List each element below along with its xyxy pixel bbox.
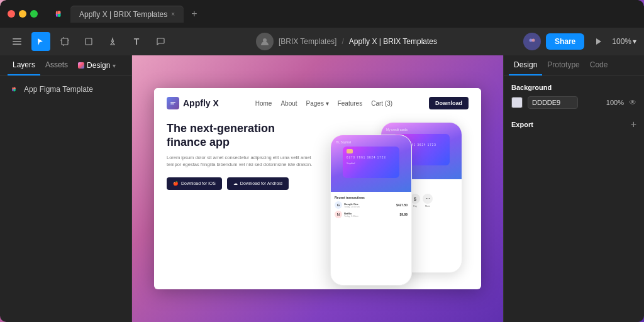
multiplayer-avatars[interactable] — [523, 33, 541, 50]
nav-about[interactable]: About — [280, 100, 297, 107]
transaction-item-2: N Netflix Today, 9:00am $9.99 — [335, 211, 408, 218]
breadcrumb-current: Appfly X | BRIX Templates — [349, 37, 437, 46]
frame-tool-button[interactable] — [55, 32, 74, 51]
right-panel-tabs: Design Prototype Code — [504, 55, 644, 76]
tx-info-2: Netflix Today, 9:00am — [344, 212, 399, 218]
layer-item[interactable]: App Figma Template — [5, 81, 126, 97]
text-tool-button[interactable]: T — [127, 32, 146, 51]
svg-point-12 — [531, 39, 535, 42]
card-number-front: 6270 7861 3624 1723 — [347, 156, 396, 159]
phone-front-title: Hi, Sophial — [336, 140, 406, 144]
svg-rect-9 — [86, 38, 92, 45]
zoom-control[interactable]: 100% ▾ — [612, 37, 636, 46]
card-name-front: Sophial — [347, 162, 396, 165]
svg-rect-3 — [13, 44, 21, 45]
card-title: My credit cards — [386, 128, 457, 131]
phone-front: Hi, Sophial 6270 7861 3624 1723 Sophial … — [330, 135, 412, 286]
move-tool-button[interactable] — [31, 32, 50, 51]
transaction-item-1: G Google One Today, 10:07am $427.50 — [335, 201, 408, 209]
app-hero-image: My credit cards 5242 7941 3624 1723 Hi, … — [330, 122, 469, 284]
design-tab[interactable]: Design — [509, 55, 542, 75]
toolbar: T [BRIX Templates] / Appfly X | BRIX Tem… — [0, 28, 644, 55]
user-avatar[interactable] — [256, 33, 274, 50]
active-tab[interactable]: Appfly X | BRIX Templates × — [70, 6, 184, 23]
svg-rect-1 — [13, 38, 21, 40]
nav-cart[interactable]: Cart (3) — [371, 100, 392, 107]
qa-more: ⋯ More — [423, 194, 433, 208]
fullscreen-window-button[interactable] — [30, 10, 38, 18]
recent-tx-label: Recent transactions — [335, 196, 408, 199]
tab-bar: Appfly X | BRIX Templates × + — [53, 6, 636, 23]
phone-screen-front: Hi, Sophial 6270 7861 3624 1723 Sophial — [331, 135, 411, 192]
traffic-lights — [8, 10, 38, 18]
prototype-tab[interactable]: Prototype — [542, 55, 584, 75]
play-button[interactable] — [589, 33, 607, 50]
bg-color-input[interactable] — [528, 96, 578, 109]
breadcrumb-prefix: [BRIX Templates] — [279, 37, 336, 46]
google-icon: G — [335, 201, 342, 209]
background-row: 100% 👁 — [511, 96, 636, 109]
nav-home[interactable]: Home — [255, 100, 272, 107]
share-button[interactable]: Share — [546, 33, 584, 50]
right-panel: Design Prototype Code Background 100% 👁 … — [503, 55, 644, 322]
app-hero-desc: Lorem ipsum dolor sit amet consectetur a… — [167, 154, 324, 169]
app-hero-text: The next-generation finance app Lorem ip… — [167, 122, 330, 284]
svg-marker-13 — [596, 38, 601, 45]
right-panel-content: Background 100% 👁 Export + — [504, 76, 644, 322]
app-logo: Appfly X — [167, 97, 219, 109]
visibility-toggle-icon[interactable]: 👁 — [629, 98, 636, 107]
nav-pages[interactable]: Pages — [306, 100, 329, 107]
app-navbar: Appfly X Home About Pages Features Cart … — [154, 88, 481, 114]
minimize-window-button[interactable] — [19, 10, 26, 18]
netflix-icon: N — [335, 211, 342, 218]
export-add-button[interactable]: + — [631, 119, 636, 130]
export-row: Export + — [511, 119, 636, 130]
frame-preview: Appfly X Home About Pages Features Cart … — [154, 88, 481, 289]
tx-date-2: Today, 9:00am — [344, 215, 399, 218]
code-tab[interactable]: Code — [585, 55, 613, 75]
toolbar-right: Share 100% ▾ — [523, 33, 636, 50]
app-hero-title: The next-generation finance app — [167, 122, 324, 149]
background-section-title: Background — [511, 84, 636, 91]
app-hero-btns: 🍎 Download for iOS ☁ Download for Androi… — [167, 177, 324, 190]
export-section: Export + — [511, 119, 636, 130]
new-tab-button[interactable]: + — [187, 7, 201, 21]
svg-rect-15 — [170, 104, 174, 105]
app-download-button[interactable]: Download — [429, 97, 469, 109]
credit-card-front: 6270 7861 3624 1723 Sophial — [343, 147, 399, 178]
assets-tab[interactable]: Assets — [40, 55, 73, 75]
breadcrumb-separator: / — [341, 37, 343, 46]
figma-icon — [53, 8, 65, 20]
tx-info-1: Google One Today, 10:07am — [344, 203, 396, 208]
android-download-button[interactable]: ☁ Download for Android — [227, 177, 289, 190]
main-area: Layers Assets Design ▾ App Figma Templat… — [0, 55, 644, 322]
tab-close-button[interactable]: × — [171, 11, 175, 18]
figma-layer-icon — [10, 85, 19, 94]
tx-amount-1: $427.50 — [396, 203, 408, 207]
design-tab-label[interactable]: Design ▾ — [73, 55, 121, 75]
tx-amount-2: $9.99 — [399, 213, 408, 216]
comment-tool-button[interactable] — [151, 32, 170, 51]
bg-color-swatch[interactable] — [511, 97, 523, 108]
layer-label: App Figma Template — [24, 85, 93, 94]
breadcrumb-area: [BRIX Templates] / Appfly X | BRIX Templ… — [175, 33, 518, 50]
more-icon: ⋯ — [423, 194, 433, 204]
card-chip-front — [347, 149, 353, 153]
layers-content: App Figma Template — [0, 76, 131, 322]
nav-features[interactable]: Features — [338, 100, 362, 107]
apple-icon: 🍎 — [173, 181, 179, 186]
app-nav-links: Home About Pages Features Cart (3) — [255, 100, 392, 107]
pen-tool-button[interactable] — [103, 32, 122, 51]
shape-tool-button[interactable] — [79, 32, 98, 51]
app-hero: The next-generation finance app Lorem ip… — [154, 114, 481, 284]
export-section-title: Export — [511, 121, 533, 128]
svg-rect-4 — [62, 38, 68, 45]
android-icon: ☁ — [233, 181, 238, 186]
ios-download-button[interactable]: 🍎 Download for iOS — [167, 177, 222, 190]
svg-rect-2 — [13, 41, 21, 42]
menu-button[interactable] — [8, 32, 26, 51]
layers-tab[interactable]: Layers — [8, 55, 40, 75]
close-window-button[interactable] — [8, 10, 15, 18]
phone-body-front: Recent transactions G Google One Today, … — [331, 192, 411, 224]
canvas[interactable]: Appfly X Home About Pages Features Cart … — [132, 55, 503, 322]
